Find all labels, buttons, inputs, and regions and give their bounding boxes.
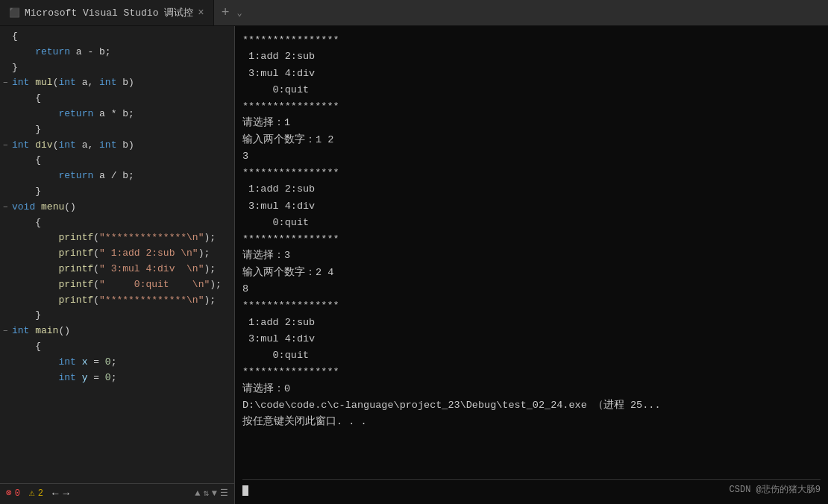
code-line: return a * b; (0, 107, 234, 122)
terminal-line: **************** (242, 297, 821, 314)
tab-icon: ⬛ (9, 7, 20, 19)
tab-close-button[interactable]: × (198, 7, 204, 19)
code-line: −void menu() (0, 200, 234, 215)
fold-icon (3, 31, 10, 44)
code-line: return a - b; (0, 45, 234, 60)
code-line: int y = 0; (0, 371, 234, 386)
terminal-line: **************** (242, 32, 821, 48)
code-line: } (0, 184, 234, 200)
fold-icon (3, 92, 10, 106)
terminal-bottom: CSDN @悲伤的猪大肠9 (242, 479, 821, 498)
fold-icon[interactable]: − (3, 201, 10, 215)
code-line: { (0, 215, 234, 231)
terminal-line: 按任意键关闭此窗口. . . (242, 414, 821, 430)
fold-icon[interactable]: − (3, 77, 10, 90)
cursor (242, 485, 248, 496)
tab-add-button[interactable]: + (214, 5, 237, 20)
code-line: { (0, 153, 234, 168)
fold-icon (3, 154, 10, 168)
fold-icon (3, 186, 10, 199)
fold-icon (3, 248, 10, 261)
tab-item-debug[interactable]: ⬛ Microsoft Visual Studio 调试控 × (0, 0, 214, 25)
fold-icon (3, 232, 10, 245)
code-line: printf("**************\n"); (0, 230, 234, 246)
terminal-line: 3 (242, 148, 821, 165)
terminal-line: 1:add 2:sub (242, 181, 821, 198)
fold-icon (3, 279, 10, 292)
tab-chevron-button[interactable]: ⌄ (236, 7, 242, 19)
code-line: { (0, 29, 234, 45)
code-line: printf("**************\n"); (0, 293, 234, 309)
status-bar: ⊗ 0 ⚠ 2 ← → ▲ ⇅ ▼ ☰ (0, 483, 234, 504)
terminal-line: 请选择：1 (242, 115, 821, 131)
fold-icon (3, 372, 10, 385)
terminal-line: 3:mul 4:div (242, 198, 821, 215)
fold-icon (3, 170, 10, 183)
terminal-line: **************** (242, 98, 821, 115)
code-editor: { return a - b; }−int mul(int a, int b) … (0, 26, 234, 483)
scroll-down-icon[interactable]: ▼ (212, 487, 217, 501)
code-line: −int main() (0, 324, 234, 339)
code-line: −int div(int a, int b) (0, 138, 234, 154)
warning-count: ⚠ 2 (29, 486, 43, 502)
fold-icon (3, 263, 10, 277)
back-button[interactable]: ← (52, 485, 58, 502)
terminal-line: 请选择：0 (242, 381, 821, 397)
error-icon: ⊗ (6, 486, 12, 502)
terminal-line: 3:mul 4:div (242, 66, 821, 82)
warning-icon: ⚠ (29, 486, 35, 502)
nav-controls: ← → (52, 485, 69, 502)
terminal-line: 1:add 2:sub (242, 315, 821, 331)
terminal-panel: **************** 1:add 2:sub 3:mul 4:div… (235, 26, 828, 504)
fold-icon (3, 108, 10, 122)
fold-icon (3, 341, 10, 354)
terminal-output: **************** 1:add 2:sub 3:mul 4:div… (242, 32, 821, 479)
fold-icon (3, 217, 10, 230)
tab-bar: ⬛ Microsoft Visual Studio 调试控 × + ⌄ (0, 0, 828, 26)
code-line: } (0, 122, 234, 138)
terminal-line: **************** (242, 231, 821, 248)
fold-icon (3, 124, 10, 137)
fold-icon (3, 356, 10, 370)
code-line: printf(" 0:quit \n"); (0, 277, 234, 293)
terminal-line: 0:quit (242, 215, 821, 231)
fold-icon (3, 46, 10, 60)
tab-title: Microsoft Visual Studio 调试控 (25, 6, 193, 19)
fold-icon (3, 294, 10, 308)
fold-icon[interactable]: − (3, 139, 10, 153)
code-line: { (0, 339, 234, 355)
code-line: } (0, 308, 234, 324)
code-line: printf(" 3:mul 4:div \n"); (0, 262, 234, 277)
code-line: printf(" 1:add 2:sub \n"); (0, 246, 234, 262)
terminal-line: 0:quit (242, 347, 821, 364)
terminal-line: D:\code\code.c\c-language\project_23\Deb… (242, 397, 821, 414)
terminal-line: 输入两个数字：1 2 (242, 132, 821, 148)
main-content: { return a - b; }−int mul(int a, int b) … (0, 26, 828, 504)
code-line: int x = 0; (0, 355, 234, 371)
code-line: return a / b; (0, 168, 234, 184)
branding: CSDN @悲伤的猪大肠9 (730, 483, 821, 498)
scroll-up-icon[interactable]: ▲ (195, 487, 200, 501)
terminal-line: 输入两个数字：2 4 (242, 265, 821, 281)
fold-icon (3, 309, 10, 323)
scroll-controls: ▲ ⇅ ▼ ☰ (195, 487, 228, 501)
terminal-line: 8 (242, 281, 821, 297)
terminal-line: 3:mul 4:div (242, 331, 821, 347)
terminal-line: **************** (242, 165, 821, 181)
terminal-line: 请选择：3 (242, 248, 821, 264)
forward-button[interactable]: → (63, 485, 69, 502)
fold-icon[interactable]: − (3, 325, 10, 338)
cursor-line (242, 485, 248, 496)
error-count: ⊗ 0 (6, 486, 20, 502)
code-line: { (0, 91, 234, 107)
terminal-line: 0:quit (242, 82, 821, 98)
list-icon[interactable]: ☰ (220, 487, 228, 501)
terminal-line: 1:add 2:sub (242, 48, 821, 65)
code-line: } (0, 60, 234, 76)
code-panel: { return a - b; }−int mul(int a, int b) … (0, 26, 235, 504)
terminal-line: **************** (242, 364, 821, 380)
sort-icon[interactable]: ⇅ (204, 487, 209, 501)
code-line: −int mul(int a, int b) (0, 75, 234, 91)
fold-icon (3, 62, 10, 75)
